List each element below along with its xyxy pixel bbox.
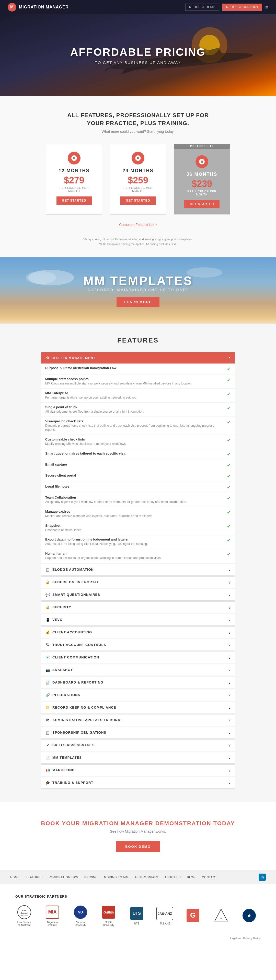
feature-item: Smart questionnaires tailored to each sp… <box>41 449 235 460</box>
footer-link-home[interactable]: HOME <box>10 876 20 879</box>
features-container: ⚙ MATTER MANAGEMENT ∧ Purpose-built for … <box>41 352 235 789</box>
footer-link-moving[interactable]: MOVING TO MM <box>104 876 128 879</box>
footer-link-immigration-law[interactable]: IMMIGRATION LAW <box>49 876 78 879</box>
feature-group-security: 🔒 SECURITY ∨ <box>41 601 235 613</box>
feature-item: Export data into forms, online lodgement… <box>41 535 235 549</box>
feature-list-arrow: › <box>155 222 157 227</box>
trust-account-icon: 🛡 <box>45 642 50 648</box>
feature-group-header-dashboard[interactable]: 📊 DASHBOARD & REPORTING ∨ <box>41 677 235 688</box>
law-council-logo: Law Council of Australia <box>17 905 32 920</box>
mm-templates-icon: 📄 <box>45 755 50 760</box>
feature-group-header-training[interactable]: 🎓 TRAINING & SUPPORT ∨ <box>41 777 235 788</box>
training-label: TRAINING & SUPPORT <box>52 781 93 784</box>
matter-management-icon: ⚙ <box>45 355 50 360</box>
uts-logo: UTS <box>129 906 144 921</box>
feature-group-header-client-comm[interactable]: 📧 CLIENT COMMUNICATION ∨ <box>41 652 235 663</box>
feature-item: Manage expires Monitor and receive alert… <box>41 507 235 521</box>
chevron-down-icon: ∨ <box>228 605 231 609</box>
check-icon: ✔ <box>227 438 231 443</box>
feature-group-header-skills[interactable]: ✓ SKILLS ASSESSMENTS ∨ <box>41 740 235 751</box>
plan-2-cta[interactable]: GET STARTED <box>121 196 156 205</box>
feature-list-link[interactable]: Complete Feature List <box>119 223 154 227</box>
feature-group-dashboard: 📊 DASHBOARD & REPORTING ∨ <box>41 677 235 688</box>
feature-item: Customisable check lists Modify existing… <box>41 435 235 449</box>
client-comm-icon: 📧 <box>45 655 50 660</box>
plan-1-months: 12 MONTHS <box>53 168 95 173</box>
chevron-up-icon: ∧ <box>228 356 231 360</box>
feature-group-header-elodge[interactable]: 📋 ELODGE AUTOMATION ∨ <box>41 564 235 575</box>
learn-more-button[interactable]: LEARN MORE <box>117 297 159 307</box>
svg-text:★: ★ <box>247 912 252 919</box>
linkedin-icon[interactable]: in <box>259 873 266 881</box>
footer-link-pricing[interactable]: PRICING <box>84 876 98 879</box>
partner-jasanz: JAS-ANZ JAS-ANZ <box>156 906 174 925</box>
plan-3-cta[interactable]: GET STARTED <box>184 200 220 208</box>
feature-item: Single point of truth All visa lodgement… <box>41 402 235 417</box>
check-icon: ✔ <box>227 391 231 397</box>
feature-group-header-trust-account[interactable]: 🛡 TRUST ACCOUNT CONTROLS ∨ <box>41 639 235 651</box>
feature-group-sponsorship: 📋 SPONSORSHIP OBLIGATIONS ∨ <box>41 727 235 738</box>
integrations-icon: 🔗 <box>45 692 50 698</box>
chevron-down-icon: ∨ <box>228 580 231 584</box>
partners-section: OUR STRATEGIC PARTNERS Law Council of Au… <box>0 885 276 934</box>
popular-badge: MOST POPULAR <box>174 144 230 149</box>
request-support-button[interactable]: REQUEST SUPPORT <box>222 3 262 11</box>
footer-link-features[interactable]: FEATURES <box>26 876 43 879</box>
client-accounting-label: CLIENT ACCOUNTING <box>52 630 92 634</box>
elodge-icon: 📋 <box>45 567 50 572</box>
jasanz-name: JAS-ANZ <box>159 922 170 925</box>
aat-label: ADMINISTRATIVE APPEALS TRIBUNAL <box>52 718 123 722</box>
check-icon: ✔ <box>227 452 231 457</box>
aat-icon: ⚖ <box>45 718 50 723</box>
check-icon: ✔ <box>227 495 231 501</box>
feature-item: Email capture ✔ <box>41 460 235 471</box>
request-demo-button[interactable]: REQUEST DEMO <box>185 3 219 11</box>
pricing-cards: 12 MONTHS $279 PER LICENCE PER MONTH GET… <box>10 144 266 215</box>
svg-text:Council: Council <box>21 912 28 914</box>
plan-1-cta[interactable]: GET STARTED <box>57 196 92 205</box>
snapshot-label: SNAPSHOT <box>52 668 73 672</box>
record-keeping-label: RECORD KEEPING & COMPLIANCE <box>52 706 116 710</box>
chevron-down-icon: ∨ <box>228 630 231 635</box>
feature-group-client-comm: 📧 CLIENT COMMUNICATION ∨ <box>41 652 235 663</box>
skills-label: SKILLS ASSESSMENTS <box>52 743 95 747</box>
chevron-down-icon: ∨ <box>228 618 231 622</box>
feature-group-header-sponsorship[interactable]: 📋 SPONSORSHIP OBLIGATIONS ∨ <box>41 727 235 738</box>
footer-link-testimonials[interactable]: TESTIMONIALS <box>135 876 159 879</box>
partners-logos: Law Council of Australia Law Councilof A… <box>15 905 261 926</box>
svg-text:UTS: UTS <box>133 911 141 916</box>
feature-group-header-aat[interactable]: ⚖ ADMINISTRATIVE APPEALS TRIBUNAL ∨ <box>41 714 235 726</box>
griffith-logo: Griffith <box>101 905 116 920</box>
feature-group-header-secure-portal[interactable]: 🔒 SECURE ONLINE PORTAL ∨ <box>41 577 235 588</box>
feature-group-trust-account: 🛡 TRUST ACCOUNT CONTROLS ∨ <box>41 639 235 651</box>
nav-actions: REQUEST DEMO REQUEST SUPPORT ≡ <box>185 3 268 11</box>
footer-link-about[interactable]: ABOUT US <box>165 876 181 879</box>
feature-group-header-integrations[interactable]: 🔗 INTEGRATIONS ∨ <box>41 689 235 701</box>
feature-group-header-security[interactable]: 🔒 SECURITY ∨ <box>41 602 235 613</box>
hamburger-icon[interactable]: ≡ <box>265 4 268 10</box>
feature-group-header-smart-q[interactable]: 💬 SMART QUESTIONNAIRES ∨ <box>41 589 235 600</box>
footer-link-contact[interactable]: CONTACT <box>202 876 217 879</box>
skills-icon: ✓ <box>45 743 50 748</box>
feature-group-header-record-keeping[interactable]: 📁 RECORD KEEPING & COMPLIANCE ∨ <box>41 702 235 713</box>
logo-text: MIGRATION MANAGER <box>19 5 68 10</box>
features-section: FEATURES ⚙ MATTER MANAGEMENT ∧ Purpose-b… <box>0 324 276 802</box>
feature-group-header-snapshot[interactable]: 📷 SNAPSHOT ∨ <box>41 664 235 676</box>
dashboard-label: DASHBOARD & REPORTING <box>52 681 103 684</box>
feature-group-snapshot: 📷 SNAPSHOT ∨ <box>41 664 235 676</box>
footer-link-blog[interactable]: BLOG <box>187 876 196 879</box>
feature-group-record-keeping: 📁 RECORD KEEPING & COMPLIANCE ∨ <box>41 702 235 713</box>
dashboard-icon: 📊 <box>45 680 50 685</box>
book-demo-button[interactable]: BOOK DEMO <box>116 841 160 852</box>
feature-group-header-vevo[interactable]: 📱 VEVO ∨ <box>41 614 235 625</box>
feature-group-header-marketing[interactable]: 📢 MARKETING ∨ <box>41 765 235 776</box>
pricing-headline: ALL FEATURES, PROFESSIONALLY SET UP FORY… <box>10 111 266 127</box>
legal-link[interactable]: Legal and Privacy Policy <box>230 937 261 940</box>
feature-group-header-client-accounting[interactable]: 💰 CLIENT ACCOUNTING ∨ <box>41 627 235 638</box>
feature-group-header-mm-templates[interactable]: 📄 MM TEMPLATES ∨ <box>41 752 235 763</box>
sponsorship-icon: 📋 <box>45 730 50 735</box>
svg-text:MIA: MIA <box>48 909 57 915</box>
navigation: M MIGRATION MANAGER REQUEST DEMO REQUEST… <box>0 0 276 14</box>
security-label: SECURITY <box>52 605 71 609</box>
feature-group-header-matter-management[interactable]: ⚙ MATTER MANAGEMENT ∧ <box>41 352 235 363</box>
